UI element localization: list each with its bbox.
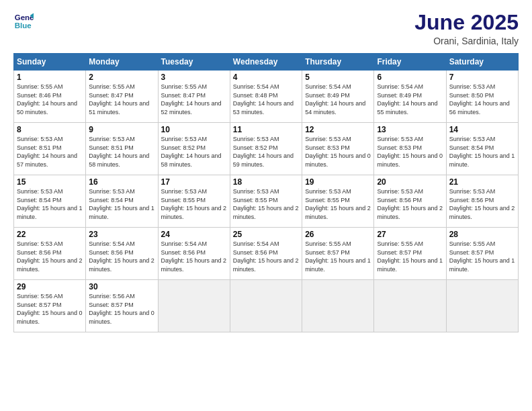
day-info: Sunrise: 5:53 AM Sunset: 8:55 PM Dayligh… <box>305 187 371 221</box>
day-info: Sunrise: 5:53 AM Sunset: 8:54 PM Dayligh… <box>89 187 154 221</box>
day-info: Sunrise: 5:53 AM Sunset: 8:50 PM Dayligh… <box>449 83 515 116</box>
table-row <box>446 280 518 332</box>
table-row: 20 Sunrise: 5:53 AM Sunset: 8:56 PM Dayl… <box>374 175 446 228</box>
svg-text:Blue: Blue <box>15 21 32 30</box>
day-info: Sunrise: 5:55 AM Sunset: 8:57 PM Dayligh… <box>305 240 371 273</box>
day-number: 28 <box>449 230 515 239</box>
table-row: 10 Sunrise: 5:53 AM Sunset: 8:52 PM Dayl… <box>158 123 230 175</box>
month-title: June 2025 <box>414 11 519 34</box>
day-number: 2 <box>89 73 154 82</box>
table-row <box>230 280 302 332</box>
th-saturday: Saturday <box>446 54 518 71</box>
day-info: Sunrise: 5:54 AM Sunset: 8:49 PM Dayligh… <box>377 83 443 116</box>
table-row: 6 Sunrise: 5:54 AM Sunset: 8:49 PM Dayli… <box>374 71 446 123</box>
th-monday: Monday <box>86 54 158 71</box>
calendar-week-row: 15 Sunrise: 5:53 AM Sunset: 8:54 PM Dayl… <box>14 175 519 228</box>
day-info: Sunrise: 5:55 AM Sunset: 8:47 PM Dayligh… <box>89 83 154 116</box>
table-row: 19 Sunrise: 5:53 AM Sunset: 8:55 PM Dayl… <box>302 175 374 228</box>
day-info: Sunrise: 5:53 AM Sunset: 8:51 PM Dayligh… <box>17 135 83 169</box>
day-number: 15 <box>17 177 83 187</box>
day-number: 13 <box>377 125 443 134</box>
table-row: 11 Sunrise: 5:53 AM Sunset: 8:52 PM Dayl… <box>230 123 302 175</box>
day-info: Sunrise: 5:55 AM Sunset: 8:46 PM Dayligh… <box>17 83 83 116</box>
day-info: Sunrise: 5:53 AM Sunset: 8:52 PM Dayligh… <box>161 135 227 169</box>
table-row: 25 Sunrise: 5:54 AM Sunset: 8:56 PM Dayl… <box>230 228 302 280</box>
day-info: Sunrise: 5:54 AM Sunset: 8:48 PM Dayligh… <box>233 83 299 116</box>
table-row: 27 Sunrise: 5:55 AM Sunset: 8:57 PM Dayl… <box>374 228 446 280</box>
table-row <box>302 280 374 332</box>
table-row <box>374 280 446 332</box>
day-info: Sunrise: 5:54 AM Sunset: 8:56 PM Dayligh… <box>161 240 227 273</box>
day-number: 26 <box>305 230 371 239</box>
table-row: 28 Sunrise: 5:55 AM Sunset: 8:57 PM Dayl… <box>446 228 518 280</box>
day-number: 3 <box>161 73 227 82</box>
th-sunday: Sunday <box>14 54 86 71</box>
day-number: 11 <box>233 125 299 134</box>
table-row: 3 Sunrise: 5:55 AM Sunset: 8:47 PM Dayli… <box>158 71 230 123</box>
day-number: 10 <box>161 125 227 134</box>
day-number: 16 <box>89 177 154 187</box>
th-friday: Friday <box>374 54 446 71</box>
day-number: 9 <box>89 125 154 134</box>
day-number: 12 <box>305 125 371 134</box>
page: General Blue June 2025 Orani, Sardinia, … <box>0 0 532 411</box>
day-info: Sunrise: 5:53 AM Sunset: 8:56 PM Dayligh… <box>449 187 515 221</box>
day-number: 18 <box>233 177 299 187</box>
day-number: 7 <box>449 73 515 82</box>
day-info: Sunrise: 5:54 AM Sunset: 8:56 PM Dayligh… <box>89 240 154 273</box>
day-info: Sunrise: 5:55 AM Sunset: 8:57 PM Dayligh… <box>377 240 443 273</box>
day-number: 8 <box>17 125 83 134</box>
table-row: 14 Sunrise: 5:53 AM Sunset: 8:54 PM Dayl… <box>446 123 518 175</box>
weekday-header-row: Sunday Monday Tuesday Wednesday Thursday… <box>14 54 519 71</box>
calendar-week-row: 8 Sunrise: 5:53 AM Sunset: 8:51 PM Dayli… <box>14 123 519 175</box>
title-block: June 2025 Orani, Sardinia, Italy <box>414 11 519 46</box>
table-row: 7 Sunrise: 5:53 AM Sunset: 8:50 PM Dayli… <box>446 71 518 123</box>
day-number: 25 <box>233 230 299 239</box>
day-info: Sunrise: 5:53 AM Sunset: 8:55 PM Dayligh… <box>161 187 227 221</box>
logo: General Blue <box>13 11 34 31</box>
table-row: 24 Sunrise: 5:54 AM Sunset: 8:56 PM Dayl… <box>158 228 230 280</box>
day-info: Sunrise: 5:54 AM Sunset: 8:49 PM Dayligh… <box>305 83 371 116</box>
table-row: 22 Sunrise: 5:53 AM Sunset: 8:56 PM Dayl… <box>14 228 86 280</box>
subtitle: Orani, Sardinia, Italy <box>414 36 519 46</box>
day-info: Sunrise: 5:53 AM Sunset: 8:54 PM Dayligh… <box>17 187 83 221</box>
day-number: 20 <box>377 177 443 187</box>
day-info: Sunrise: 5:53 AM Sunset: 8:55 PM Dayligh… <box>233 187 299 221</box>
day-number: 29 <box>17 282 83 291</box>
table-row: 21 Sunrise: 5:53 AM Sunset: 8:56 PM Dayl… <box>446 175 518 228</box>
table-row: 8 Sunrise: 5:53 AM Sunset: 8:51 PM Dayli… <box>14 123 86 175</box>
day-info: Sunrise: 5:53 AM Sunset: 8:51 PM Dayligh… <box>89 135 154 169</box>
day-number: 19 <box>305 177 371 187</box>
day-info: Sunrise: 5:53 AM Sunset: 8:53 PM Dayligh… <box>305 135 371 169</box>
table-row: 26 Sunrise: 5:55 AM Sunset: 8:57 PM Dayl… <box>302 228 374 280</box>
table-row: 4 Sunrise: 5:54 AM Sunset: 8:48 PM Dayli… <box>230 71 302 123</box>
day-number: 24 <box>161 230 227 239</box>
day-number: 6 <box>377 73 443 82</box>
header: General Blue June 2025 Orani, Sardinia, … <box>13 11 519 46</box>
table-row: 30 Sunrise: 5:56 AM Sunset: 8:57 PM Dayl… <box>86 280 158 332</box>
day-number: 17 <box>161 177 227 187</box>
day-number: 22 <box>17 230 83 239</box>
table-row: 23 Sunrise: 5:54 AM Sunset: 8:56 PM Dayl… <box>86 228 158 280</box>
day-info: Sunrise: 5:53 AM Sunset: 8:54 PM Dayligh… <box>449 135 515 169</box>
logo-icon: General Blue <box>13 11 34 31</box>
day-number: 21 <box>449 177 515 187</box>
calendar-table: Sunday Monday Tuesday Wednesday Thursday… <box>13 53 519 332</box>
day-number: 14 <box>449 125 515 134</box>
table-row: 1 Sunrise: 5:55 AM Sunset: 8:46 PM Dayli… <box>14 71 86 123</box>
svg-text:General: General <box>15 13 34 21</box>
day-info: Sunrise: 5:53 AM Sunset: 8:56 PM Dayligh… <box>17 240 83 273</box>
th-wednesday: Wednesday <box>230 54 302 71</box>
day-number: 30 <box>89 282 154 291</box>
table-row <box>158 280 230 332</box>
th-thursday: Thursday <box>302 54 374 71</box>
day-info: Sunrise: 5:53 AM Sunset: 8:52 PM Dayligh… <box>233 135 299 169</box>
table-row: 2 Sunrise: 5:55 AM Sunset: 8:47 PM Dayli… <box>86 71 158 123</box>
day-info: Sunrise: 5:53 AM Sunset: 8:53 PM Dayligh… <box>377 135 443 169</box>
table-row: 15 Sunrise: 5:53 AM Sunset: 8:54 PM Dayl… <box>14 175 86 228</box>
table-row: 16 Sunrise: 5:53 AM Sunset: 8:54 PM Dayl… <box>86 175 158 228</box>
calendar-week-row: 29 Sunrise: 5:56 AM Sunset: 8:57 PM Dayl… <box>14 280 519 332</box>
day-number: 27 <box>377 230 443 239</box>
table-row: 17 Sunrise: 5:53 AM Sunset: 8:55 PM Dayl… <box>158 175 230 228</box>
day-number: 5 <box>305 73 371 82</box>
